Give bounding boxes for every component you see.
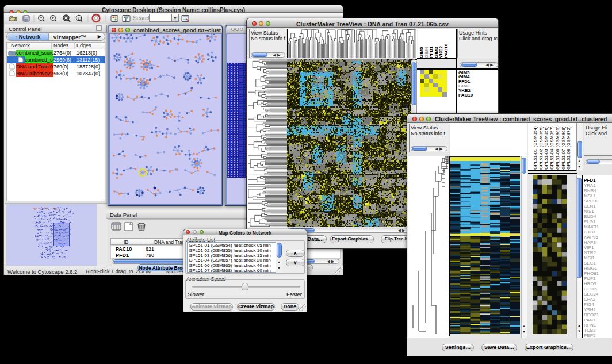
svg-text:1:1: 1:1 bbox=[78, 17, 82, 20]
